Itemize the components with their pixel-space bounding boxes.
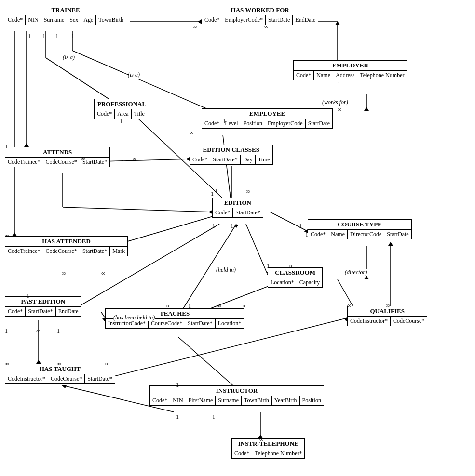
card-ht-inf3: ∞ xyxy=(105,360,109,368)
card-inst-1: 1 xyxy=(176,382,179,389)
entity-past-edition-attrs: Code* StartDate* EndDate xyxy=(5,307,81,316)
attr-ha-codecourse: CodeCourse* xyxy=(43,247,80,256)
attr-prof-area: Area xyxy=(115,109,131,119)
entity-has-worked-for-title: HAS WORKED FOR xyxy=(202,5,318,15)
attr-emp-position: Position xyxy=(241,119,265,128)
card-inf-1: ∞ xyxy=(193,23,197,30)
label-is-a-2: (is a) xyxy=(128,71,140,79)
attr-ht-startdate: StartDate* xyxy=(85,374,114,383)
attr-trainee-townbirth: TownBirth xyxy=(96,15,126,25)
attr-trainee-surname: Surname xyxy=(41,15,68,25)
attr-inst-nin: NIN xyxy=(170,396,186,405)
label-held-in: (held in) xyxy=(216,266,236,274)
card-pe-1b: 1 xyxy=(5,328,8,335)
attr-it-phone: Telephone Number* xyxy=(252,449,304,458)
svg-marker-46 xyxy=(12,232,17,236)
card-inf-2: ∞ xyxy=(264,23,269,30)
attr-inst-firstname: FirstName xyxy=(186,396,216,405)
card-edition-1d: 1 xyxy=(231,223,233,230)
svg-marker-48 xyxy=(36,360,41,364)
card-1: 1 xyxy=(28,33,31,40)
entity-trainee-attrs: Code* NIN Surname Sex Age TownBirth xyxy=(5,15,126,25)
label-is-a-1: (is a) xyxy=(63,54,75,61)
card-4: 1 xyxy=(71,33,74,40)
entity-edition-classes: EDITION CLASSES Code* StartDate* Day Tim… xyxy=(190,145,273,165)
entity-classroom-attrs: Location* Capacity xyxy=(268,278,322,287)
attr-emp-employercode: EmployerCode xyxy=(265,119,306,128)
label-works-for: (works for) xyxy=(322,99,348,106)
attr-edition-code: Code* xyxy=(213,208,233,217)
svg-line-15 xyxy=(270,212,308,231)
attr-ct-startdate: StartDate xyxy=(384,230,411,239)
attr-classroom-location: Location* xyxy=(268,278,297,287)
svg-marker-32 xyxy=(335,21,340,25)
svg-marker-57 xyxy=(364,276,369,279)
attr-ct-directorcode: DirectorCode xyxy=(348,230,384,239)
attr-ha-codetrainee: CodeTrainee* xyxy=(5,247,43,256)
card-edition-1b: 1 xyxy=(229,190,232,198)
attr-teaches-startdate: StartDate* xyxy=(185,319,215,328)
entity-has-taught-attrs: CodeInstructor* CodeCourse* StartDate* xyxy=(5,374,115,383)
card-class-inf: ∞ xyxy=(289,263,294,270)
card-edition-1: 1 xyxy=(211,190,214,198)
card-attends-inf2: ∞ xyxy=(81,155,85,162)
entity-professional: PROFESSIONAL Code* Area Title xyxy=(94,99,149,119)
entity-professional-attrs: Code* Area Title xyxy=(95,109,149,119)
attr-hwf-employercode: EmployerCode* xyxy=(222,15,266,25)
svg-marker-31 xyxy=(198,19,202,24)
entity-employer-title: EMPLOYER xyxy=(294,61,407,71)
card-ct-1: 1 xyxy=(299,223,302,230)
entity-past-edition: PAST EDITION Code* StartDate* EndDate xyxy=(5,296,81,317)
attr-hwf-enddate: EndDate xyxy=(293,15,318,25)
entity-employer-attrs: Code* Name Address Telephone Number xyxy=(294,71,407,80)
entity-professional-title: PROFESSIONAL xyxy=(95,99,149,109)
attr-edition-startdate: StartDate* xyxy=(233,208,262,217)
entity-past-edition-title: PAST EDITION xyxy=(5,297,81,307)
attr-inst-yearbirth: YearBirth xyxy=(272,396,300,405)
entity-trainee: TRAINEE Code* NIN Surname Sex Age TownBi… xyxy=(5,5,126,25)
entity-instr-telephone: INSTR-TELEPHONE Code* Telephone Number* xyxy=(231,438,305,459)
attr-employer-code: Code* xyxy=(294,71,314,80)
svg-marker-40 xyxy=(186,157,190,161)
attr-hwf-code: Code* xyxy=(202,15,222,25)
attr-inst-code: Code* xyxy=(150,396,170,405)
card-empl-1: 1 xyxy=(223,118,226,125)
entity-classroom: CLASSROOM Location* Capacity xyxy=(268,267,323,288)
card-teaches-inf2: ∞ xyxy=(217,303,221,310)
svg-line-16 xyxy=(246,224,268,275)
entity-course-type: COURSE TYPE Code* Name DirectorCode Star… xyxy=(308,219,412,239)
attr-classroom-capacity: Capacity xyxy=(297,278,323,287)
entity-has-attended-attrs: CodeTrainee* CodeCourse* StartDate* Mark xyxy=(5,247,127,256)
card-attends-inf3: ∞ xyxy=(133,155,137,162)
entity-has-worked-for-attrs: Code* EmployerCode* StartDate EndDate xyxy=(202,15,318,25)
attr-qualifies-codecourse: CodeCourse* xyxy=(391,317,427,326)
attr-employer-name: Name xyxy=(314,71,333,80)
card-ec-1: 1 xyxy=(215,188,217,195)
entity-employer: EMPLOYER Code* Name Address Telephone Nu… xyxy=(293,60,407,80)
card-edition-1c: 1 xyxy=(212,223,215,230)
attr-attends-codetrainee: CodeTrainee* xyxy=(5,158,43,167)
card-ec-inf: ∞ xyxy=(190,129,194,136)
card-attends-inf: 1 xyxy=(5,143,8,150)
attr-ht-codeinstructor: CodeInstructor* xyxy=(5,374,48,383)
entity-has-attended: HAS ATTENDED CodeTrainee* CodeCourse* St… xyxy=(5,236,128,256)
attr-ec-code: Code* xyxy=(190,155,210,164)
attr-qualifies-codeinstructor: CodeInstructor* xyxy=(348,317,391,326)
card-ht-inf: ∞ xyxy=(5,360,9,368)
entity-has-attended-title: HAS ATTENDED xyxy=(5,237,127,247)
attr-trainee-age: Age xyxy=(81,15,96,25)
svg-line-21 xyxy=(101,312,105,318)
svg-marker-56 xyxy=(388,242,393,246)
card-2: 1 xyxy=(42,33,45,40)
entity-employee-title: EMPLOYEE xyxy=(202,109,332,119)
svg-marker-51 xyxy=(234,225,239,228)
attr-trainee-code: Code* xyxy=(5,15,26,25)
attr-ha-startdate: StartDate* xyxy=(80,247,110,256)
card-ec-inf2: ∞ xyxy=(246,188,250,195)
card-3: 1 xyxy=(55,33,58,40)
card-ht-inf2: ∞ xyxy=(57,360,61,368)
card-pe-1c: 1 xyxy=(57,328,60,335)
svg-line-13 xyxy=(63,207,212,212)
entity-attends-attrs: CodeTrainee* CodeCourse* StartDate* xyxy=(5,158,109,167)
attr-ec-time: Time xyxy=(256,155,272,164)
